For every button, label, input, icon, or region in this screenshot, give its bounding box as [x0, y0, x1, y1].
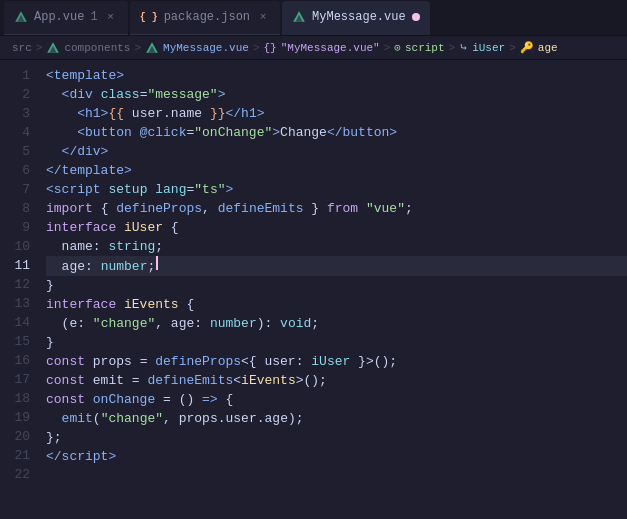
code-line-9: interface iUser {	[46, 218, 627, 237]
ln-4: 4	[0, 123, 30, 142]
tab-app-vue[interactable]: App.vue 1 ×	[4, 1, 128, 35]
bc-iuser-icon: ⤷	[459, 41, 468, 54]
tab-modified-dot	[412, 13, 420, 21]
ln-21: 21	[0, 446, 30, 465]
code-line-6: </template>	[46, 161, 627, 180]
ln-12: 12	[0, 275, 30, 294]
code-line-16: const props = defineProps<{ user: iUser …	[46, 352, 627, 371]
breadcrumb: src > components > MyMessage.vue > {} "M…	[0, 36, 627, 60]
ln-20: 20	[0, 427, 30, 446]
code-line-13: interface iEvents {	[46, 295, 627, 314]
bc-sep1: >	[36, 42, 43, 54]
code-line-1: <template>	[46, 66, 627, 85]
code-line-15: }	[46, 333, 627, 352]
ln-17: 17	[0, 370, 30, 389]
tab-close-icon[interactable]: ×	[104, 10, 118, 24]
ln-2: 2	[0, 85, 30, 104]
tab-package-json-label: package.json	[164, 10, 250, 24]
code-line-18: const onChange = () => {	[46, 390, 627, 409]
bc-iuser: iUser	[472, 42, 505, 54]
ln-9: 9	[0, 218, 30, 237]
ln-6: 6	[0, 161, 30, 180]
code-line-8: import { defineProps, defineEmits } from…	[46, 199, 627, 218]
tab-app-vue-label: App.vue	[34, 10, 84, 24]
line-numbers: 1 2 3 4 5 6 7 8 9 10 11 12 13 14 15 16 1…	[0, 60, 42, 519]
tab-mymessage-vue[interactable]: MyMessage.vue	[282, 1, 430, 35]
json-icon: { }	[140, 12, 158, 23]
code-line-3: <h1>{{ user.name }}</h1>	[46, 104, 627, 123]
ln-10: 10	[0, 237, 30, 256]
code-line-14: (e: "change", age: number): void;	[46, 314, 627, 333]
ln-7: 7	[0, 180, 30, 199]
bc-sep6: >	[509, 42, 516, 54]
code-line-4: <button @click="onChange">Change</button…	[46, 123, 627, 142]
ln-13: 13	[0, 294, 30, 313]
code-line-19: emit("change", props.user.age);	[46, 409, 627, 428]
bc-obj-label: "MyMessage.vue"	[281, 42, 380, 54]
tab-mymessage-label: MyMessage.vue	[312, 10, 406, 24]
code-line-17: const emit = defineEmits<iEvents>();	[46, 371, 627, 390]
bc-components: components	[64, 42, 130, 54]
ln-5: 5	[0, 142, 30, 161]
bc-sep4: >	[384, 42, 391, 54]
ln-16: 16	[0, 351, 30, 370]
code-line-22	[46, 466, 627, 485]
ln-22: 22	[0, 465, 30, 484]
ln-14: 14	[0, 313, 30, 332]
vue-icon-bc2	[145, 41, 159, 55]
bc-src: src	[12, 42, 32, 54]
vue-icon	[14, 10, 28, 24]
code-line-12: }	[46, 276, 627, 295]
bc-script: script	[405, 42, 445, 54]
vue-icon-bc	[46, 41, 60, 55]
ln-15: 15	[0, 332, 30, 351]
bc-file: MyMessage.vue	[163, 42, 249, 54]
tab-package-json[interactable]: { } package.json ×	[130, 1, 280, 35]
ln-19: 19	[0, 408, 30, 427]
tab-app-vue-number: 1	[90, 10, 97, 24]
bc-key-icon: 🔑	[520, 41, 534, 54]
bc-script-icon: ⊙	[394, 41, 401, 54]
bc-age: age	[538, 42, 558, 54]
ln-11: 11	[0, 256, 30, 275]
ln-18: 18	[0, 389, 30, 408]
code-line-21: </script>	[46, 447, 627, 466]
code-line-2: <div class="message">	[46, 85, 627, 104]
vue-icon-2	[292, 10, 306, 24]
bc-sep5: >	[449, 42, 456, 54]
ln-1: 1	[0, 66, 30, 85]
code-line-11: age: number;	[46, 256, 627, 276]
bc-sep3: >	[253, 42, 260, 54]
code-area[interactable]: <template> <div class="message"> <h1>{{ …	[42, 60, 627, 519]
code-line-20: };	[46, 428, 627, 447]
tab-bar: App.vue 1 × { } package.json × MyMessage…	[0, 0, 627, 36]
code-line-7: <script setup lang="ts">	[46, 180, 627, 199]
bc-obj-icon: {}	[263, 42, 276, 54]
ln-3: 3	[0, 104, 30, 123]
ln-8: 8	[0, 199, 30, 218]
code-line-5: </div>	[46, 142, 627, 161]
tab-close-icon-2[interactable]: ×	[256, 10, 270, 24]
code-line-10: name: string;	[46, 237, 627, 256]
editor: 1 2 3 4 5 6 7 8 9 10 11 12 13 14 15 16 1…	[0, 60, 627, 519]
bc-sep2: >	[134, 42, 141, 54]
